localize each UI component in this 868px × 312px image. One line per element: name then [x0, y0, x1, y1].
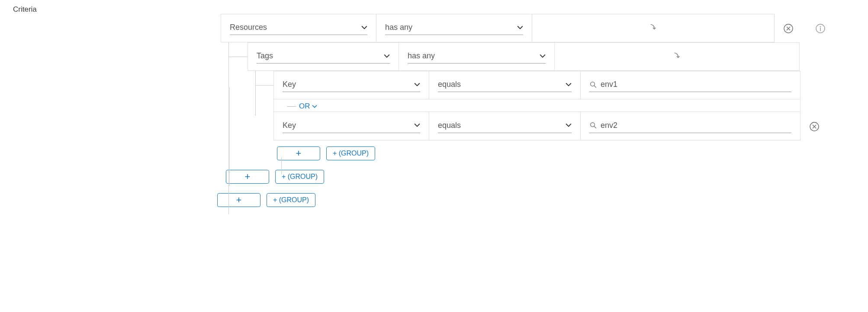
key2-value-input[interactable]: env2	[589, 119, 791, 133]
tags-operator-select[interactable]: has any	[408, 50, 546, 64]
select-value: equals	[438, 121, 461, 130]
connector-line	[287, 106, 296, 107]
chevron-down-icon	[409, 121, 420, 130]
input-value: env2	[601, 121, 617, 130]
resources-subject-select[interactable]: Resources	[230, 21, 367, 35]
select-value: Key	[283, 121, 296, 130]
select-value: has any	[408, 51, 435, 60]
key2-subject-select[interactable]: Key	[283, 119, 420, 133]
chevron-down-icon	[379, 52, 390, 60]
chevron-down-icon	[312, 105, 317, 108]
chevron-down-icon	[356, 23, 367, 32]
select-value: Tags	[257, 51, 273, 60]
chevron-down-icon	[534, 52, 546, 60]
criteria-builder: Resources has any	[221, 14, 855, 207]
add-group-button[interactable]: + (GROUP)	[275, 170, 324, 184]
chevron-down-icon	[512, 23, 523, 32]
rule-row-resources: Resources has any	[221, 14, 855, 42]
svg-rect-3	[820, 28, 821, 31]
svg-point-2	[820, 26, 821, 27]
remove-condition-button[interactable]	[809, 121, 820, 134]
select-value: Key	[283, 80, 296, 89]
tags-nest-cell	[555, 42, 800, 71]
key1-value-input[interactable]: env1	[589, 78, 791, 92]
chevron-down-icon	[560, 80, 572, 89]
search-icon	[589, 81, 597, 89]
or-connector-select[interactable]: OR	[299, 102, 317, 111]
tags-subject-select[interactable]: Tags	[257, 50, 390, 64]
or-connector-row: OR	[273, 99, 800, 112]
svg-point-6	[591, 123, 595, 127]
svg-point-4	[591, 82, 595, 86]
resources-operator-select[interactable]: has any	[385, 21, 523, 35]
resources-nest-cell	[532, 14, 775, 42]
remove-criterion-button[interactable]	[783, 23, 794, 36]
svg-line-7	[594, 126, 596, 128]
rule-row-tags: Tags has any	[248, 42, 855, 71]
info-icon[interactable]	[815, 23, 826, 36]
add-group-button[interactable]: + (GROUP)	[267, 193, 315, 207]
nest-arrow-icon	[672, 50, 683, 64]
select-value: has any	[385, 23, 412, 32]
add-group-button[interactable]: + (GROUP)	[326, 146, 375, 160]
key1-subject-select[interactable]: Key	[283, 78, 420, 92]
key2-operator-select[interactable]: equals	[438, 119, 572, 133]
select-value: equals	[438, 80, 461, 89]
key1-operator-select[interactable]: equals	[438, 78, 572, 92]
svg-line-5	[594, 86, 596, 88]
rule-row-key-1: Key equals	[273, 71, 855, 99]
nest-arrow-icon	[648, 22, 659, 35]
add-condition-button[interactable]: +	[277, 146, 320, 160]
input-value: env1	[601, 80, 617, 89]
add-condition-button[interactable]: +	[217, 193, 260, 207]
search-icon	[589, 121, 597, 129]
rule-row-key-2: Key equals	[273, 112, 855, 140]
select-value: Resources	[230, 23, 267, 32]
chevron-down-icon	[560, 121, 572, 130]
connector-label: OR	[299, 102, 310, 111]
add-condition-button[interactable]: +	[226, 170, 269, 184]
criteria-label: Criteria	[13, 5, 37, 14]
chevron-down-icon	[409, 80, 420, 89]
